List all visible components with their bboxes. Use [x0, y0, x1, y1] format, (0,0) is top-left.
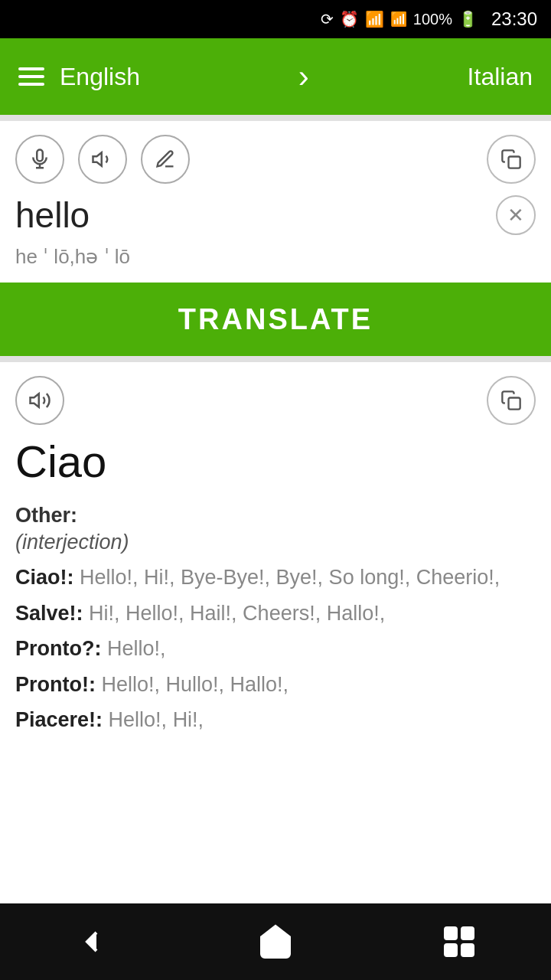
svg-rect-6 [509, 398, 520, 410]
entry-vals: Hello!, Hi!, Bye-Bye!, Bye!, So long!, C… [80, 566, 500, 589]
recent-apps-button[interactable] [429, 911, 490, 972]
wifi-icon: 📶 [365, 10, 384, 28]
input-word: hello [15, 194, 90, 236]
home-button[interactable] [245, 911, 306, 972]
entry-key: Pronto?: [15, 637, 101, 660]
input-toolbar [15, 135, 536, 184]
svg-marker-3 [93, 152, 102, 166]
target-language[interactable]: Italian [468, 63, 533, 91]
svg-rect-7 [445, 928, 456, 939]
svg-marker-5 [31, 394, 39, 407]
output-entry: Pronto?: Hello!, [15, 633, 536, 665]
entry-vals: Hello!, Hullo!, Hallo!, [101, 673, 289, 696]
language-swap-arrow[interactable]: › [298, 58, 309, 95]
hamburger-menu[interactable] [18, 67, 44, 86]
output-section-label: Other: [15, 504, 536, 528]
entry-key: Salve!: [15, 602, 83, 625]
output-pos-label: (interjection) [15, 531, 536, 554]
entry-vals: Hello!, Hi!, [109, 708, 204, 731]
nav-bar: English › Italian [0, 38, 551, 115]
copy-input-button[interactable] [487, 135, 536, 184]
copy-output-button[interactable] [487, 376, 536, 425]
input-text-row: hello ✕ [15, 194, 536, 236]
input-toolbar-left [15, 135, 190, 184]
rotate-icon: ⟳ [321, 10, 334, 28]
battery-icon: 🔋 [458, 10, 478, 28]
svg-rect-10 [462, 945, 473, 956]
svg-rect-0 [37, 150, 43, 162]
status-time: 23:30 [491, 8, 537, 30]
output-entry: Salve!: Hi!, Hello!, Hail!, Cheers!, Hal… [15, 598, 536, 629]
output-panel: Ciao Other: (interjection) Ciao!: Hello!… [0, 362, 551, 903]
output-translated-word: Ciao [15, 436, 536, 487]
entry-vals: Hi!, Hello!, Hail!, Cheers!, Hallo!, [89, 602, 385, 625]
output-entry: Piacere!: Hello!, Hi!, [15, 704, 536, 736]
clear-button[interactable]: ✕ [496, 195, 536, 235]
output-entry: Pronto!: Hello!, Hullo!, Hallo!, [15, 669, 536, 701]
source-language[interactable]: English [60, 63, 140, 91]
entry-key: Piacere!: [15, 708, 103, 731]
status-bar: ⟳ ⏰ 📶 📶 100% 🔋 23:30 [0, 0, 551, 38]
alarm-icon: ⏰ [340, 10, 359, 28]
battery-label: 100% [413, 11, 452, 28]
svg-rect-8 [462, 928, 473, 939]
translate-button[interactable]: TRANSLATE [0, 283, 551, 356]
output-entry: Ciao!: Hello!, Hi!, Bye-Bye!, Bye!, So l… [15, 562, 536, 593]
back-button[interactable] [61, 911, 122, 972]
entry-vals: Hello!, [107, 637, 166, 660]
input-panel: hello ✕ he ˈ lō,hə ˈ lō [0, 121, 551, 283]
nav-left: English [18, 63, 140, 91]
signal-icon: 📶 [390, 11, 407, 28]
svg-rect-9 [445, 945, 456, 956]
output-speaker-button[interactable] [15, 376, 64, 425]
phonetic-text: he ˈ lō,hə ˈ lō [15, 245, 536, 269]
edit-button[interactable] [141, 135, 190, 184]
speaker-button[interactable] [78, 135, 127, 184]
entry-key: Ciao!: [15, 566, 74, 589]
output-toolbar [15, 376, 536, 425]
svg-rect-4 [509, 157, 520, 168]
status-icons: ⟳ ⏰ 📶 📶 100% 🔋 [321, 10, 478, 28]
entry-key: Pronto!: [15, 673, 96, 696]
mic-button[interactable] [15, 135, 64, 184]
bottom-nav [0, 903, 551, 980]
output-entries-list: Ciao!: Hello!, Hi!, Bye-Bye!, Bye!, So l… [15, 562, 536, 736]
clear-icon: ✕ [507, 204, 524, 227]
